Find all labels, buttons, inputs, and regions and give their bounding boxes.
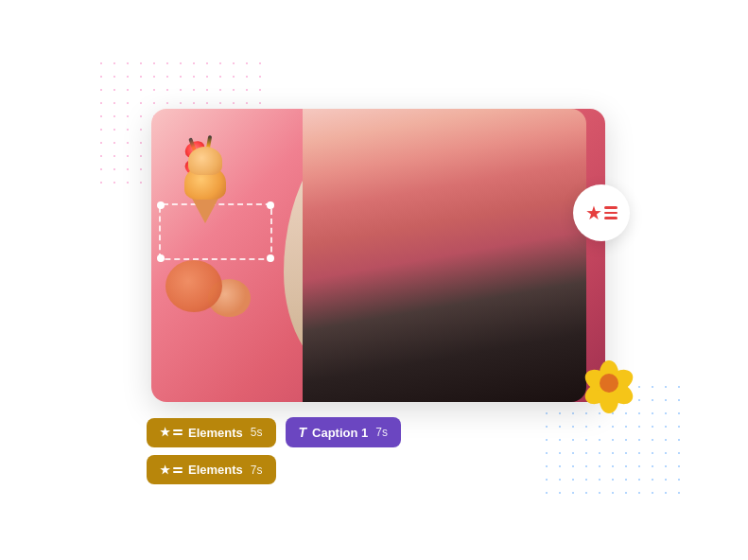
text-t-icon: T [299, 425, 307, 440]
food-decoration [156, 128, 260, 232]
timeline-chips: ★ Elements 5s T Caption 1 7s [147, 417, 401, 484]
flower [582, 356, 636, 411]
chip-caption-1[interactable]: T Caption 1 7s [286, 417, 401, 447]
list-lines-icon [604, 206, 618, 219]
chip-icon-elements-2: ★ [160, 464, 183, 477]
handle-bottom-right[interactable] [267, 254, 274, 262]
chip-elements-1[interactable]: ★ Elements 5s [147, 418, 276, 447]
timeline-row-1: ★ Elements 5s T Caption 1 7s [147, 417, 401, 447]
chip-duration-elements-1: 5s [251, 426, 263, 439]
star-icon: ★ [160, 464, 170, 477]
chip-icon-caption-1: T [299, 425, 307, 440]
chip-duration-caption-1: 7s [375, 426, 388, 439]
list-icon [173, 429, 183, 435]
timeline-row-2: ★ Elements 7s [147, 455, 401, 484]
chip-label-elements-2: Elements [188, 463, 243, 477]
list-icon [173, 467, 183, 473]
chip-label-elements-1: Elements [188, 426, 243, 440]
chip-label-caption-1: Caption 1 [312, 426, 368, 440]
chip-icon-elements-1: ★ [160, 426, 183, 439]
handle-bottom-left[interactable] [157, 254, 165, 262]
ice-cream-scoop-1 [188, 147, 222, 175]
flower-decoration [582, 356, 636, 411]
star-icon: ★ [585, 201, 602, 224]
star-icon: ★ [160, 426, 170, 439]
orange-blob-decoration [165, 260, 222, 312]
scene: ★ ★ [0, 0, 748, 560]
floating-star-badge: ★ [573, 184, 630, 241]
handle-top-right[interactable] [267, 201, 274, 209]
flower-center [600, 374, 618, 393]
chip-elements-2[interactable]: ★ Elements 7s [147, 455, 276, 484]
portrait-overlay [303, 109, 586, 402]
chip-duration-elements-2: 7s [251, 464, 263, 477]
